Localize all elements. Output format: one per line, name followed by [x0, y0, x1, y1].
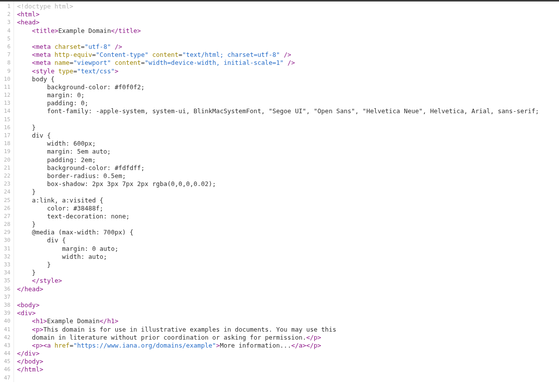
line-number: 39: [0, 309, 13, 317]
code-line[interactable]: <meta name="viewport" content="width=dev…: [17, 59, 559, 67]
line-number: 9: [0, 67, 13, 75]
code-segment: [148, 51, 152, 58]
code-segment: [17, 51, 32, 58]
code-line[interactable]: domain in literature without prior coord…: [17, 334, 559, 342]
code-segment: <p>: [32, 326, 43, 333]
code-line[interactable]: padding: 0;: [17, 99, 559, 107]
code-line[interactable]: a:link, a:visited {: [17, 196, 559, 204]
code-segment: width: auto;: [17, 253, 107, 260]
code-line[interactable]: </body>: [17, 358, 559, 366]
code-area[interactable]: <!doctype html><html><head> <title>Examp…: [14, 1, 559, 382]
line-number: 10: [0, 75, 13, 83]
code-line[interactable]: padding: 2em;: [17, 156, 559, 164]
code-line[interactable]: background-color: #fdfdff;: [17, 164, 559, 172]
code-line[interactable]: font-family: -apple-system, system-ui, B…: [17, 107, 559, 115]
code-line[interactable]: div {: [17, 236, 559, 244]
code-segment: <meta: [32, 43, 51, 50]
code-line[interactable]: margin: 0 auto;: [17, 245, 559, 253]
code-segment: </div>: [17, 350, 39, 357]
line-number: 1: [0, 2, 13, 10]
code-line[interactable]: }: [17, 269, 559, 277]
line-number: 37: [0, 293, 13, 301]
code-line[interactable]: <!doctype html>: [17, 2, 559, 10]
line-number: 28: [0, 220, 13, 228]
code-line[interactable]: border-radius: 0.5em;: [17, 172, 559, 180]
code-segment: =: [69, 342, 73, 349]
code-line[interactable]: </style>: [17, 277, 559, 285]
code-segment: [62, 277, 77, 284]
line-number: 18: [0, 140, 13, 148]
line-number: 32: [0, 253, 13, 261]
line-number: 30: [0, 236, 13, 244]
line-number: 11: [0, 83, 13, 91]
code-line[interactable]: text-decoration: none;: [17, 212, 559, 220]
code-line[interactable]: <p><a href="https://www.iana.org/domains…: [17, 342, 559, 350]
code-line[interactable]: <head>: [17, 18, 559, 26]
line-number: 24: [0, 188, 13, 196]
code-segment: content: [115, 59, 141, 66]
code-segment: [17, 293, 21, 301]
code-line[interactable]: margin: 5em auto;: [17, 148, 559, 156]
code-segment: </html>: [17, 366, 43, 373]
code-line[interactable]: color: #38488f;: [17, 204, 559, 212]
code-segment: "utf-8": [85, 43, 111, 50]
code-line[interactable]: }: [17, 124, 559, 132]
code-line[interactable]: <div>: [17, 309, 559, 317]
code-segment: [17, 43, 32, 50]
code-line[interactable]: <p>This domain is for use in illustrativ…: [17, 326, 559, 334]
code-segment: =: [69, 59, 73, 66]
code-segment: [17, 116, 47, 123]
line-number: 5: [0, 35, 13, 43]
code-line[interactable]: <body>: [17, 301, 559, 309]
code-line[interactable]: </html>: [17, 366, 559, 374]
line-number: 16: [0, 124, 13, 132]
code-segment: @media (max-width: 700px) {: [17, 228, 133, 236]
code-line[interactable]: <meta http-equiv="Content-type" content=…: [17, 51, 559, 59]
code-line[interactable]: </div>: [17, 350, 559, 358]
code-segment: }: [17, 124, 36, 131]
code-segment: background-color: #f0f0f2;: [17, 83, 145, 91]
code-line[interactable]: div {: [17, 132, 559, 140]
code-editor[interactable]: 1234567891011121314151617181920212223242…: [0, 1, 559, 382]
code-segment: </p>: [306, 334, 321, 341]
code-line[interactable]: }: [17, 220, 559, 228]
code-line[interactable]: [17, 293, 559, 301]
code-line[interactable]: <title>Example Domain</title>: [17, 27, 559, 35]
code-line[interactable]: <h1>Example Domain</h1>: [17, 317, 559, 325]
code-segment: =: [141, 59, 145, 66]
code-line[interactable]: <style type="text/css">: [17, 67, 559, 75]
code-segment: margin: 0;: [17, 91, 84, 99]
code-segment: <!doctype html>: [17, 2, 73, 10]
line-number: 34: [0, 269, 13, 277]
code-line[interactable]: <html>: [17, 10, 559, 18]
code-line[interactable]: background-color: #f0f0f2;: [17, 83, 559, 91]
code-line[interactable]: [17, 116, 559, 124]
code-line[interactable]: width: auto;: [17, 253, 559, 261]
code-line[interactable]: margin: 0;: [17, 91, 559, 99]
code-segment: }: [17, 188, 36, 196]
code-line[interactable]: [17, 374, 559, 382]
line-number: 2: [0, 10, 13, 18]
code-segment: [54, 67, 58, 75]
line-number: 14: [0, 107, 13, 115]
code-line[interactable]: }: [17, 261, 559, 269]
code-line[interactable]: [17, 35, 559, 43]
code-line[interactable]: @media (max-width: 700px) {: [17, 228, 559, 236]
code-line[interactable]: }: [17, 188, 559, 196]
code-segment: <title>: [32, 27, 58, 34]
code-line[interactable]: </head>: [17, 285, 559, 293]
code-segment: [111, 43, 115, 50]
line-number: 20: [0, 156, 13, 164]
code-segment: [17, 326, 32, 333]
line-number: 42: [0, 334, 13, 342]
code-line[interactable]: body {: [17, 75, 559, 83]
line-number: 3: [0, 18, 13, 26]
line-number: 47: [0, 374, 13, 382]
code-segment: [17, 67, 32, 75]
code-segment: Example Domain: [47, 317, 99, 325]
code-line[interactable]: width: 600px;: [17, 140, 559, 148]
code-line[interactable]: box-shadow: 2px 3px 7px 2px rgba(0,0,0,0…: [17, 180, 559, 188]
code-line[interactable]: <meta charset="utf-8" />: [17, 43, 559, 51]
line-number: 4: [0, 27, 13, 35]
code-segment: <style: [32, 67, 54, 75]
